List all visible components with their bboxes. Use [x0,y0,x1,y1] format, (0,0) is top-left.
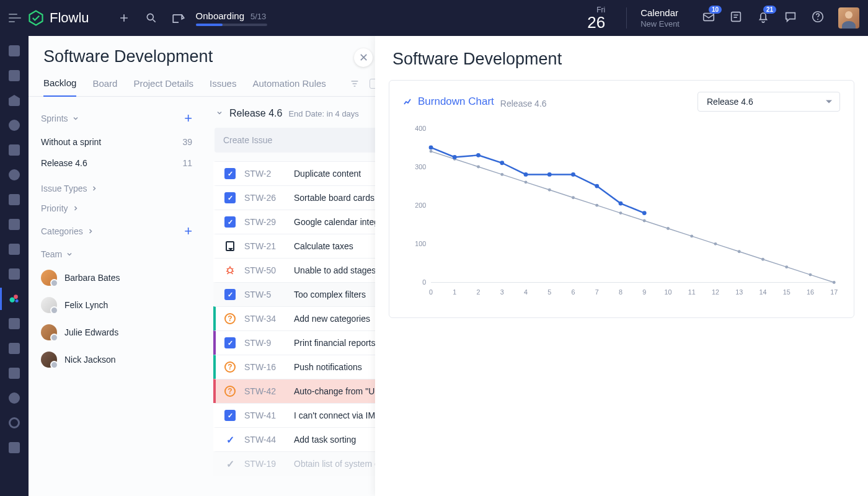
svg-text:13: 13 [735,288,743,296]
rail-item-14[interactable] [7,366,22,381]
issue-key: STW-2 [244,169,285,179]
rail-item-1[interactable] [7,43,22,58]
filter-icon[interactable] [350,79,360,89]
categories-section[interactable]: Categories + [41,218,192,244]
rail-item-3[interactable] [7,93,22,108]
svg-point-38 [548,188,551,192]
issue-title: Too complex filters [294,290,366,299]
svg-point-53 [476,153,480,157]
svg-point-35 [477,166,480,169]
release-select[interactable]: Release 4.6 [698,92,840,112]
rail-item-4[interactable] [7,118,22,133]
rail-item-13[interactable] [7,341,22,356]
mail-icon[interactable]: 10 [702,10,715,26]
issue-key: STW-42 [244,386,285,396]
chevron-down-icon [216,109,223,117]
tab-backlog[interactable]: Backlog [43,78,76,97]
close-button[interactable]: ✕ [354,48,373,67]
onboarding-widget[interactable]: Onboarding5/13 [170,9,267,27]
user-avatar[interactable] [838,7,859,29]
svg-point-47 [761,258,764,261]
svg-point-8 [228,268,232,273]
tab-issues[interactable]: Issues [210,78,236,96]
logo[interactable]: Flowlu [27,9,89,27]
rail-item-active[interactable] [7,291,22,306]
svg-point-51 [429,145,433,149]
tab-board[interactable]: Board [92,78,117,96]
issue-title: Sortable board cards [294,193,374,203]
rail-item-17[interactable] [7,440,22,455]
chat-icon[interactable] [784,10,797,26]
task-icon [224,289,236,300]
issue-title: Add new categories [294,314,370,324]
sprints-section[interactable]: Sprints + [41,105,192,131]
svg-point-40 [595,204,598,207]
svg-text:10: 10 [665,288,672,296]
svg-point-60 [642,211,647,215]
detail-panel: ✕ Software Development Burndown Chart Re… [375,36,868,496]
rail-item-16[interactable] [7,415,22,430]
onboarding-label: Onboarding [196,11,244,21]
team-section[interactable]: Team [41,244,192,264]
chevron-right-icon [72,205,79,212]
date-num: 26 [587,14,605,30]
task-icon [224,216,236,228]
rail-item-9[interactable] [7,242,22,257]
sprint-item-none[interactable]: Without a sprint39 [41,131,192,153]
svg-point-57 [571,172,575,177]
sprint-item-release[interactable]: Release 4.611 [41,153,192,174]
svg-text:9: 9 [642,288,646,296]
svg-point-41 [619,211,622,215]
rail-item-10[interactable] [7,267,22,281]
calendar-title[interactable]: Calendar [640,7,680,18]
team-member[interactable]: Felix Lynch [41,291,192,319]
note-icon[interactable] [729,10,743,26]
issue-title: Unable to add stages [294,265,376,275]
rail-item-6[interactable] [7,167,22,182]
issuetypes-section[interactable]: Issue Types [41,179,192,198]
issue-title: Google calendar integ [294,217,379,227]
add-sprint-button[interactable]: + [184,110,192,126]
logo-icon [27,9,45,27]
onboarding-count: 5/13 [250,12,266,21]
svg-point-52 [453,155,457,159]
menu-toggle[interactable] [9,14,21,22]
rail-item-7[interactable] [7,192,22,207]
rail-item-5[interactable] [7,143,22,157]
svg-point-4 [817,19,818,20]
team-member[interactable]: Nick Jackson [41,346,192,373]
team-member[interactable]: Barbara Bates [41,264,192,291]
check-icon: ✓ [224,434,236,445]
svg-point-50 [833,281,836,284]
task-icon [224,337,236,348]
issue-title: I can't connect via IM [294,410,375,420]
issue-title: Duplicate content [294,169,361,179]
svg-text:14: 14 [759,288,766,296]
rail-item-2[interactable] [7,68,22,83]
task-icon [224,192,236,203]
svg-text:6: 6 [572,288,575,296]
svg-text:17: 17 [830,288,838,296]
svg-point-33 [430,150,433,153]
tab-project-details[interactable]: Project Details [133,78,193,96]
svg-text:2: 2 [477,288,480,296]
help-icon[interactable] [811,10,825,26]
rail-item-15[interactable] [7,391,22,405]
panel-title: Software Development [375,36,868,80]
chevron-down-icon [72,115,79,122]
search-icon[interactable] [145,12,157,24]
question-icon: ? [224,313,236,324]
new-event-link[interactable]: New Event [640,19,680,29]
tab-automation-rules[interactable]: Automation Rules [252,78,326,96]
avatar-icon [41,324,57,340]
date-widget[interactable]: Fri 26 [587,6,605,30]
team-member[interactable]: Julie Edwards [41,319,192,346]
rail-item-12[interactable] [7,316,22,331]
add-icon[interactable] [118,12,130,24]
rail-item-8[interactable] [7,217,22,232]
priority-section[interactable]: Priority [41,198,192,218]
bell-icon[interactable]: 21 [756,10,770,26]
svg-point-5 [10,298,15,303]
add-category-button[interactable]: + [184,223,192,239]
svg-text:5: 5 [547,288,551,296]
